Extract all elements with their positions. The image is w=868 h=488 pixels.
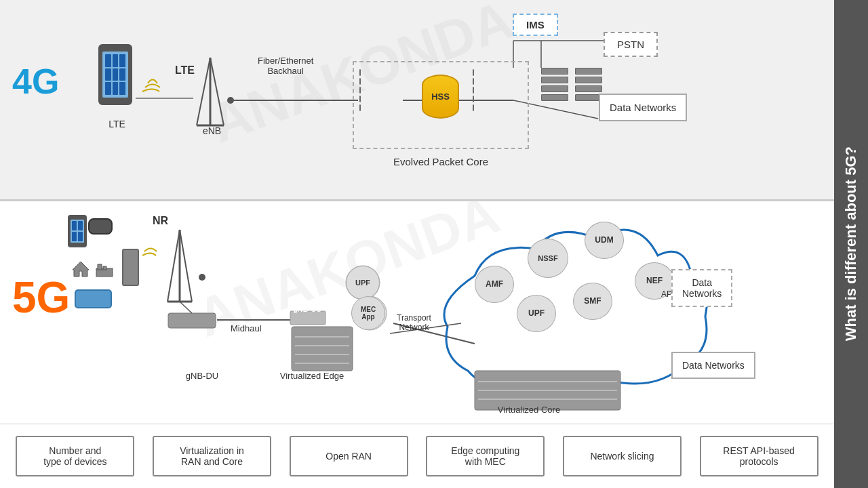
label-4g: 4G bbox=[12, 61, 59, 102]
svg-line-4 bbox=[210, 58, 224, 125]
nr-label: NR bbox=[153, 215, 168, 227]
smf-node: SMF bbox=[573, 283, 612, 320]
data-networks-4g-label: Data Networks bbox=[610, 102, 676, 113]
data-networks-5g-top-label: Data Networks bbox=[682, 277, 722, 299]
phone-device-4g bbox=[95, 44, 136, 112]
sidebar-label: What is different about 5G? bbox=[842, 146, 860, 341]
bottom-item-2: Open RAN bbox=[290, 436, 408, 476]
upf-edge-circle: UPF bbox=[346, 266, 380, 300]
data-networks-5g-top: Data Networks bbox=[671, 269, 732, 307]
virt-core-label: Virtualized Core bbox=[461, 405, 597, 415]
bottom-item-4: Network slicing bbox=[563, 436, 682, 476]
data-networks-5g-bot: Data Networks bbox=[671, 352, 755, 379]
epc-label: Evolved Packet Core bbox=[353, 156, 529, 167]
data-networks-5g-bot-label: Data Networks bbox=[682, 360, 745, 371]
midhaul-label: Midhaul bbox=[231, 323, 262, 333]
svg-rect-16 bbox=[98, 264, 102, 270]
epc-server-right bbox=[473, 69, 474, 111]
virt-edge-label: Virtualized Edge bbox=[271, 371, 353, 381]
transport-label: Transport Network bbox=[397, 313, 431, 332]
nssf-node: NSSF bbox=[528, 239, 568, 278]
svg-line-3 bbox=[197, 58, 210, 125]
svg-line-20 bbox=[167, 230, 180, 302]
svg-marker-14 bbox=[73, 262, 89, 277]
gnb-du-label: gNB-DU bbox=[178, 371, 226, 381]
bottom-item-3: Edge computing with MEC bbox=[426, 436, 545, 476]
enb-label: eNB bbox=[193, 125, 231, 136]
hss-container: HSS bbox=[422, 75, 459, 119]
svg-point-22 bbox=[199, 274, 205, 281]
label-5g: 5G bbox=[12, 272, 70, 323]
amf-node: AMF bbox=[475, 266, 514, 303]
robot-arm-icon bbox=[122, 249, 139, 286]
svg-rect-26 bbox=[290, 311, 326, 325]
section-5g: ANAKONDA 5G NR bbox=[0, 201, 834, 424]
data-networks-4g: Data Networks bbox=[599, 94, 687, 121]
mec-app-circle: MEC App bbox=[351, 296, 385, 330]
bottom-item-1: Virtualization in RAN and Core bbox=[153, 436, 271, 476]
ims-box: IMS bbox=[513, 14, 558, 36]
pstn-label: PSTN bbox=[617, 39, 644, 50]
bottom-bar: Number and type of devices Virtualizatio… bbox=[0, 424, 834, 488]
lte-device-label: LTE bbox=[98, 119, 136, 129]
bottom-item-0: Number and type of devices bbox=[16, 436, 134, 476]
home-icon bbox=[71, 259, 90, 278]
svg-line-21 bbox=[180, 230, 192, 302]
epc-server-left bbox=[359, 69, 361, 111]
lte-near-antenna-label: LTE bbox=[175, 64, 195, 77]
svg-rect-23 bbox=[168, 313, 216, 328]
fiber-label: Fiber/Ethernet Backhaul bbox=[258, 56, 313, 76]
ims-server-left bbox=[541, 68, 568, 101]
bottom-item-5: REST API-based protocols bbox=[700, 436, 818, 476]
hss-label: HSS bbox=[431, 92, 450, 102]
main-content: ANAKONDA 4G LTE LTE Fiber/Ethernet Backh… bbox=[0, 0, 834, 488]
pstn-box: PSTN bbox=[604, 32, 658, 57]
car-icon bbox=[75, 289, 112, 308]
vr-icon bbox=[88, 218, 113, 235]
svg-line-24 bbox=[180, 302, 192, 313]
svg-rect-29 bbox=[292, 327, 353, 371]
ims-label: IMS bbox=[526, 19, 545, 30]
svg-rect-17 bbox=[103, 266, 106, 270]
udm-node: UDM bbox=[585, 222, 624, 259]
hss-cylinder: HSS bbox=[422, 75, 459, 119]
gnbcu-label-text: gNB-CU bbox=[293, 305, 321, 313]
ims-server-right bbox=[575, 68, 602, 101]
upf-core-node: UPF bbox=[517, 295, 556, 332]
factory-icon bbox=[95, 259, 114, 278]
sidebar: What is different about 5G? bbox=[834, 0, 868, 488]
svg-point-5 bbox=[227, 97, 234, 104]
section-4g: ANAKONDA 4G LTE LTE Fiber/Ethernet Backh… bbox=[0, 0, 834, 199]
